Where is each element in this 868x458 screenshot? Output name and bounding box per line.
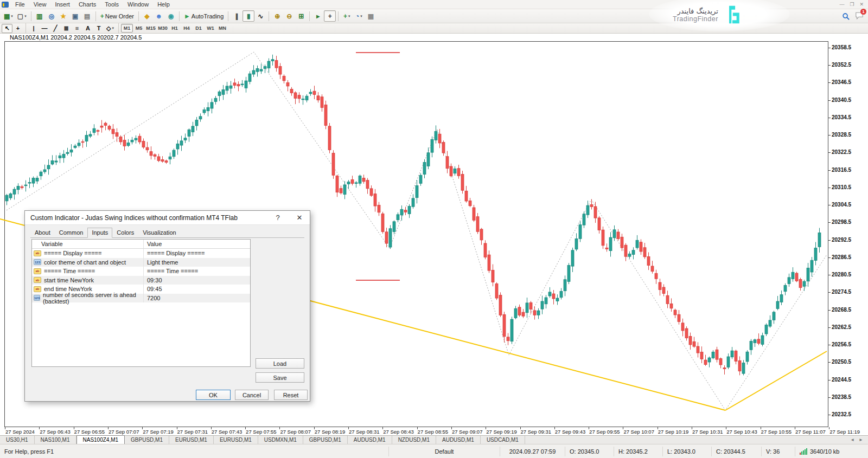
timeframe-m5[interactable]: M5 xyxy=(133,24,145,33)
dialog-help-button[interactable]: ? xyxy=(273,214,283,222)
profiles-icon[interactable]: ▢▾ xyxy=(15,10,29,22)
cursor-icon[interactable]: ↖ xyxy=(2,24,12,33)
status-profile[interactable]: Default xyxy=(388,447,500,456)
menu-view[interactable]: View xyxy=(29,1,51,8)
data-window-icon[interactable]: ◎ xyxy=(46,10,58,22)
input-row[interactable]: ab===== Time ========== Time ===== xyxy=(32,267,250,276)
new-order-button[interactable]: +New Order xyxy=(98,10,136,22)
chart-tab-eurusd-m1[interactable]: EURUSD,M1 xyxy=(214,436,258,444)
restore-button[interactable]: ❐ xyxy=(850,2,854,7)
chart-tab-us30-h1[interactable]: US30,H1 xyxy=(0,436,35,444)
variable-value[interactable]: Light theme xyxy=(143,258,250,267)
variable-value[interactable]: ===== Display ===== xyxy=(143,249,250,258)
reset-button[interactable]: Reset xyxy=(274,390,308,400)
timeframe-w1[interactable]: W1 xyxy=(205,24,216,33)
inputs-table[interactable]: Variable Value ab===== Display =========… xyxy=(31,239,251,367)
dialog-tab-inputs[interactable]: Inputs xyxy=(87,228,112,238)
timeframe-m1[interactable]: M1 xyxy=(121,24,133,33)
equidistant-channel-icon[interactable]: ≡ xyxy=(72,24,82,33)
ok-button[interactable]: OK xyxy=(196,390,231,400)
candlestick-chart-icon[interactable]: ▮ xyxy=(242,10,254,22)
minimize-button[interactable]: — xyxy=(839,2,844,7)
dialog-tab-visualization[interactable]: Visualization xyxy=(138,228,181,238)
tile-windows-icon[interactable]: ⊞ xyxy=(295,10,307,22)
menu-charts[interactable]: Charts xyxy=(74,1,100,8)
variable-value[interactable]: 09:30 xyxy=(143,276,250,285)
timeframe-m30[interactable]: M30 xyxy=(157,24,169,33)
chevron-down-icon[interactable]: ▾ xyxy=(348,14,350,18)
templates-icon[interactable]: ▦ xyxy=(365,10,376,22)
zoom-out-icon[interactable]: ⊖ xyxy=(283,10,295,22)
scroll-left-arrow[interactable]: ◄ xyxy=(850,437,854,442)
chart-tab-nas100-m1[interactable]: NAS100,M1 xyxy=(35,436,76,444)
close-button[interactable]: ✕ xyxy=(859,2,864,7)
chart-tab-gbpusd-m1[interactable]: GBPUSD,M1 xyxy=(125,436,169,444)
search-icon[interactable] xyxy=(842,12,850,21)
chart-shift-icon[interactable]: + xyxy=(324,10,336,22)
autotrading-button[interactable]: ►AutoTrading xyxy=(182,10,226,22)
zoom-in-icon[interactable]: ⊕ xyxy=(271,10,283,22)
variable-value[interactable]: 09:45 xyxy=(143,285,250,294)
vertical-line-icon[interactable]: | xyxy=(28,24,39,33)
experts-icon[interactable]: ☻ xyxy=(153,10,165,22)
variable-value[interactable]: 7200 xyxy=(143,294,250,303)
input-row[interactable]: ab===== Display ========== Display ===== xyxy=(32,249,250,258)
bar-chart-icon[interactable]: ∥ xyxy=(231,10,242,22)
shapes-icon[interactable]: ◇▾ xyxy=(104,24,116,33)
chart-tab-usdmxn-m1[interactable]: USDMXN,M1 xyxy=(258,436,303,444)
periods-icon[interactable]: ◔▾ xyxy=(353,10,365,22)
chat-icon[interactable]: 1 xyxy=(855,11,864,22)
menu-tools[interactable]: Tools xyxy=(100,1,123,8)
timeframe-mn[interactable]: MN xyxy=(216,24,228,33)
auto-scroll-icon[interactable]: ▸ xyxy=(312,10,324,22)
chart-tab-usdcad-m1[interactable]: USDCAD,M1 xyxy=(481,436,525,444)
timeframe-h1[interactable]: H1 xyxy=(169,24,181,33)
new-chart-icon[interactable]: ▦▾ xyxy=(2,10,15,22)
chart-tab-gbpusd-m1[interactable]: GBPUSD,M1 xyxy=(303,436,348,444)
timeframe-d1[interactable]: D1 xyxy=(193,24,205,33)
terminal-icon[interactable]: ▣ xyxy=(69,10,81,22)
dialog-tab-colors[interactable]: Colors xyxy=(112,228,138,238)
horizontal-line-icon[interactable]: — xyxy=(39,24,50,33)
metaeditor-icon[interactable]: ◆ xyxy=(141,10,153,22)
text-label-icon[interactable]: T xyxy=(93,24,104,33)
cancel-button[interactable]: Cancel xyxy=(235,390,269,400)
scroll-right-arrow[interactable]: ► xyxy=(859,437,863,442)
candle-body xyxy=(499,295,502,315)
indicators-icon[interactable]: +▾ xyxy=(341,10,353,22)
save-button[interactable]: Save xyxy=(256,372,304,383)
dialog-title-bar[interactable]: Custom Indicator - Judas Swing Indices w… xyxy=(25,211,310,225)
crosshair-icon[interactable]: + xyxy=(12,24,23,33)
chart-tab-nas100z4-m1[interactable]: NAS100Z4,M1 xyxy=(76,435,125,444)
navigator-icon[interactable]: ★ xyxy=(58,10,69,22)
fibonacci-icon[interactable]: ≣ xyxy=(61,24,72,33)
dialog-tab-common[interactable]: Common xyxy=(55,228,88,238)
chevron-down-icon[interactable]: ▾ xyxy=(24,14,27,18)
dialog-tab-about[interactable]: About xyxy=(30,228,55,238)
chevron-down-icon[interactable]: ▾ xyxy=(112,26,114,30)
chart-tab-eurusd-m1[interactable]: EURUSD,M1 xyxy=(169,436,214,444)
line-chart-icon[interactable]: ∿ xyxy=(254,10,266,22)
menu-window[interactable]: Window xyxy=(123,1,153,8)
chart-tab-audusd-m1[interactable]: AUDUSD,M1 xyxy=(436,436,481,444)
input-row[interactable]: 123color theme of chart and objectLight … xyxy=(32,258,250,267)
variable-value[interactable]: ===== Time ===== xyxy=(143,267,250,276)
menu-file[interactable]: File xyxy=(11,1,29,8)
chart-tab-nzdusd-m1[interactable]: NZDUSD,M1 xyxy=(392,436,436,444)
input-row[interactable]: 123number of seconds server is ahead (ba… xyxy=(32,294,250,303)
trendline-icon[interactable]: ╱ xyxy=(50,24,61,33)
market-watch-icon[interactable]: ▥ xyxy=(34,10,46,22)
menu-help[interactable]: Help xyxy=(153,1,174,8)
input-row[interactable]: abstart time NewYork09:30 xyxy=(32,276,250,285)
chevron-down-icon[interactable]: ▾ xyxy=(11,14,13,18)
text-icon[interactable]: A xyxy=(82,24,93,33)
menu-insert[interactable]: Insert xyxy=(50,1,74,8)
community-icon[interactable]: ◉ xyxy=(165,10,177,22)
strategy-tester-icon[interactable]: ▤ xyxy=(81,10,93,22)
timeframe-m15[interactable]: M15 xyxy=(145,24,157,33)
timeframe-h4[interactable]: H4 xyxy=(181,24,193,33)
chart-tab-audusd-m1[interactable]: AUDUSD,M1 xyxy=(348,436,392,444)
load-button[interactable]: Load xyxy=(256,358,304,369)
chevron-down-icon[interactable]: ▾ xyxy=(360,14,362,18)
dialog-close-icon[interactable]: ✕ xyxy=(295,214,304,222)
